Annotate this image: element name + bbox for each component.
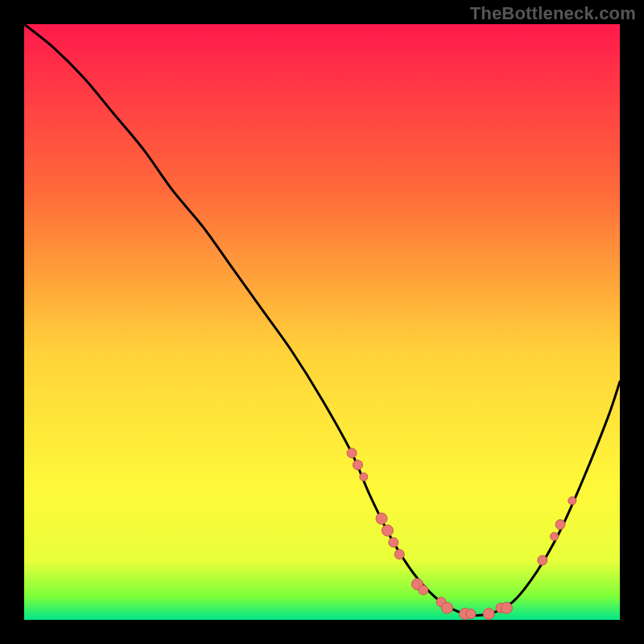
data-marker — [389, 538, 398, 547]
watermark-text: TheBottleneck.com — [470, 3, 636, 24]
data-marker — [376, 513, 387, 524]
plot-area — [24, 24, 620, 620]
data-marker — [441, 602, 452, 613]
data-marker — [501, 602, 512, 613]
data-marker — [353, 460, 362, 470]
data-marker — [538, 555, 547, 565]
data-marker — [483, 609, 494, 620]
data-marker — [568, 497, 576, 505]
data-marker — [360, 473, 368, 481]
data-marker — [382, 525, 393, 536]
data-marker — [394, 550, 404, 559]
data-marker — [466, 609, 476, 619]
data-marker — [551, 532, 559, 540]
data-marker — [419, 585, 428, 595]
chart-container: TheBottleneck.com — [0, 0, 644, 644]
data-marker — [555, 520, 565, 530]
chart-svg — [24, 24, 620, 620]
data-marker — [347, 448, 357, 458]
